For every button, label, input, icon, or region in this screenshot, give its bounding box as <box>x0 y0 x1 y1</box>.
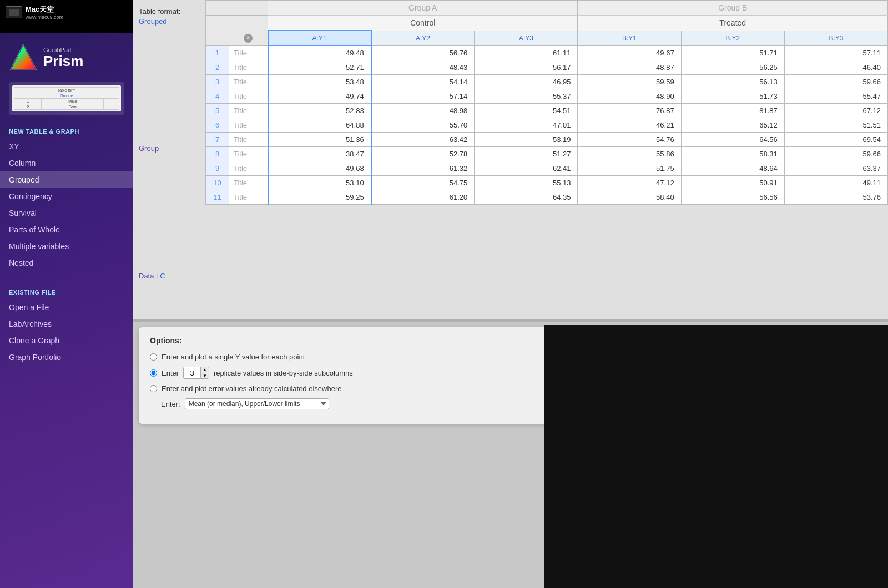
by3-cell[interactable]: 55.47 <box>784 89 887 104</box>
ay3-cell[interactable]: 54.51 <box>475 104 578 118</box>
row-title[interactable]: Title <box>229 75 268 89</box>
by1-cell[interactable]: 58.40 <box>578 190 681 205</box>
by1-cell[interactable]: 48.87 <box>578 60 681 75</box>
by2-cell[interactable]: 56.56 <box>681 190 784 205</box>
ay1-cell[interactable]: 53.48 <box>268 75 371 89</box>
ay1-cell[interactable]: 51.36 <box>268 133 371 147</box>
sidebar-item-labarchives[interactable]: LabArchives <box>0 316 133 332</box>
replicate-input[interactable] <box>184 367 200 378</box>
ay3-cell[interactable]: 56.17 <box>475 60 578 75</box>
by2-cell[interactable]: 56.13 <box>681 75 784 89</box>
sidebar-item-contingency[interactable]: Contingency <box>0 188 133 205</box>
ay2-cell[interactable]: 61.20 <box>371 190 475 205</box>
ay1-cell[interactable]: 49.48 <box>268 45 371 60</box>
by2-cell[interactable]: 51.73 <box>681 89 784 104</box>
by3-cell[interactable]: 63.37 <box>784 161 887 176</box>
ay2-cell[interactable]: 54.14 <box>371 75 475 89</box>
by1-cell[interactable]: 49.67 <box>578 45 681 60</box>
by3-cell[interactable]: 49.11 <box>784 176 887 190</box>
by3-cell[interactable]: 59.66 <box>784 75 887 89</box>
ay2-cell[interactable]: 52.78 <box>371 147 475 161</box>
ay1-cell[interactable]: 53.10 <box>268 176 371 190</box>
ay3-cell[interactable]: 55.37 <box>475 89 578 104</box>
row-title[interactable]: Title <box>229 118 268 133</box>
ay3-cell[interactable]: 47.01 <box>475 118 578 133</box>
ay1-cell[interactable]: 52.83 <box>268 104 371 118</box>
ay1-cell[interactable]: 49.74 <box>268 89 371 104</box>
row-title[interactable]: Title <box>229 89 268 104</box>
ay2-cell[interactable]: 57.14 <box>371 89 475 104</box>
by2-col-header[interactable]: B:Y2 <box>681 31 784 45</box>
by1-cell[interactable]: 51.75 <box>578 161 681 176</box>
row-title[interactable]: Title <box>229 147 268 161</box>
radio-replicate[interactable] <box>150 369 157 377</box>
sidebar-item-graph-portfolio[interactable]: Graph Portfolio <box>0 349 133 366</box>
ay1-cell[interactable]: 52.71 <box>268 60 371 75</box>
by3-cell[interactable]: 67.12 <box>784 104 887 118</box>
by1-cell[interactable]: 55.86 <box>578 147 681 161</box>
ay2-cell[interactable]: 48.98 <box>371 104 475 118</box>
by1-cell[interactable]: 47.12 <box>578 176 681 190</box>
by3-cell[interactable]: 69.54 <box>784 133 887 147</box>
by3-cell[interactable]: 51.51 <box>784 118 887 133</box>
ay1-col-header[interactable]: A:Y1 <box>268 31 371 45</box>
by3-cell[interactable]: 57.11 <box>784 45 887 60</box>
radio2-pre-label[interactable]: Enter <box>162 369 179 377</box>
row-title[interactable]: Title <box>229 45 268 60</box>
by3-cell[interactable]: 59.66 <box>784 147 887 161</box>
by1-cell[interactable]: 54.76 <box>578 133 681 147</box>
row-title[interactable]: Title <box>229 60 268 75</box>
stepper-up[interactable]: ▲ <box>201 367 209 373</box>
radio3-label[interactable]: Enter and plot error values already calc… <box>162 384 341 393</box>
by3-cell[interactable]: 53.76 <box>784 190 887 205</box>
radio1-label[interactable]: Enter and plot a single Y value for each… <box>162 353 305 361</box>
by1-col-header[interactable]: B:Y1 <box>578 31 681 45</box>
error-type-dropdown[interactable]: Mean (or median), Upper/Lower limits Mea… <box>185 398 329 409</box>
by2-cell[interactable]: 51.71 <box>681 45 784 60</box>
ay3-cell[interactable]: 51.27 <box>475 147 578 161</box>
by2-cell[interactable]: 48.64 <box>681 161 784 176</box>
sidebar-item-nested[interactable]: Nested <box>0 255 133 271</box>
sidebar-item-multiple-variables[interactable]: Multiple variables <box>0 238 133 255</box>
by1-cell[interactable]: 48.90 <box>578 89 681 104</box>
radio-error-values[interactable] <box>150 385 157 392</box>
sidebar-item-grouped[interactable]: Grouped <box>0 171 133 188</box>
sidebar-item-column[interactable]: Column <box>0 155 133 171</box>
row-title[interactable]: Title <box>229 104 268 118</box>
ay1-cell[interactable]: 49.68 <box>268 161 371 176</box>
ay2-cell[interactable]: 48.43 <box>371 60 475 75</box>
ay1-cell[interactable]: 64.88 <box>268 118 371 133</box>
radio-single-y[interactable] <box>150 353 157 361</box>
by2-cell[interactable]: 64.56 <box>681 133 784 147</box>
by2-cell[interactable]: 65.12 <box>681 118 784 133</box>
row-title[interactable]: Title <box>229 161 268 176</box>
ay2-col-header[interactable]: A:Y2 <box>371 31 475 45</box>
sidebar-item-xy[interactable]: XY <box>0 138 133 155</box>
replicate-stepper[interactable]: ▲ ▼ <box>183 367 209 379</box>
ay2-cell[interactable]: 61.32 <box>371 161 475 176</box>
by1-cell[interactable]: 59.59 <box>578 75 681 89</box>
ay2-cell[interactable]: 54.75 <box>371 176 475 190</box>
by2-cell[interactable]: 56.25 <box>681 60 784 75</box>
sidebar-item-parts-of-whole[interactable]: Parts of Whole <box>0 221 133 238</box>
table-format-value[interactable]: Grouped <box>139 17 167 26</box>
sidebar-item-open-file[interactable]: Open a File <box>0 299 133 316</box>
ay1-cell[interactable]: 38.47 <box>268 147 371 161</box>
ay3-cell[interactable]: 55.13 <box>475 176 578 190</box>
by1-cell[interactable]: 46.21 <box>578 118 681 133</box>
sidebar-item-survival[interactable]: Survival <box>0 205 133 221</box>
ay2-cell[interactable]: 55.70 <box>371 118 475 133</box>
by2-cell[interactable]: 81.87 <box>681 104 784 118</box>
by2-cell[interactable]: 58.31 <box>681 147 784 161</box>
close-button[interactable]: ✕ <box>244 34 253 43</box>
ay1-cell[interactable]: 59.25 <box>268 190 371 205</box>
ay2-cell[interactable]: 63.42 <box>371 133 475 147</box>
by3-cell[interactable]: 46.40 <box>784 60 887 75</box>
by1-cell[interactable]: 76.87 <box>578 104 681 118</box>
by2-cell[interactable]: 50.91 <box>681 176 784 190</box>
stepper-down[interactable]: ▼ <box>201 373 209 379</box>
ay3-cell[interactable]: 61.11 <box>475 45 578 60</box>
row-title[interactable]: Title <box>229 190 268 205</box>
row-title[interactable]: Title <box>229 133 268 147</box>
ay2-cell[interactable]: 56.76 <box>371 45 475 60</box>
